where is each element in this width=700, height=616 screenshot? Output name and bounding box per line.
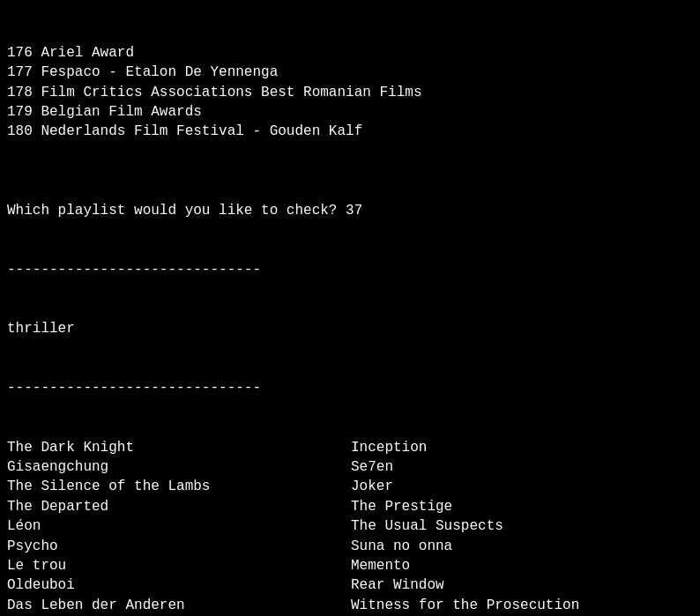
movie-row: LéonThe Usual Suspects	[7, 516, 693, 536]
top-line-item: 180 Nederlands Film Festival - Gouden Ka…	[7, 122, 693, 141]
movie-right: Suna no onna	[351, 537, 693, 556]
movie-row: OldeuboiRear Window	[7, 575, 693, 595]
movie-right: The Prestige	[351, 497, 693, 516]
movie-right: Memento	[351, 556, 693, 575]
divider-1: ------------------------------	[7, 260, 693, 279]
movie-right: Inception	[351, 438, 693, 457]
movie-left: Le trou	[7, 556, 351, 575]
top-line-item: 178 Film Critics Associations Best Roman…	[7, 83, 693, 102]
top-line-item: 177 Fespaco - Etalon De Yennenga	[7, 63, 693, 82]
movie-right: The Usual Suspects	[351, 516, 693, 536]
movie-right: Witness for the Prosecution	[351, 596, 693, 615]
movie-left: The Departed	[7, 497, 351, 516]
movie-row: GisaengchungSe7en	[7, 457, 693, 477]
movies-list: The Dark KnightInceptionGisaengchungSe7e…	[7, 438, 693, 616]
movie-left: Oldeuboi	[7, 575, 351, 595]
prompt-line: Which playlist would you like to check? …	[7, 201, 693, 220]
top-lines-section: 176 Ariel Award177 Fespaco - Etalon De Y…	[7, 43, 693, 161]
movie-left: Léon	[7, 516, 351, 536]
movie-row: Das Leben der AnderenWitness for the Pro…	[7, 596, 693, 615]
movie-left: The Silence of the Lambs	[7, 477, 351, 496]
movie-right: Se7en	[351, 457, 693, 477]
movie-row: The DepartedThe Prestige	[7, 497, 693, 516]
movie-left: Gisaengchung	[7, 457, 351, 477]
movie-left: Das Leben der Anderen	[7, 596, 351, 615]
movie-right: Joker	[351, 477, 693, 496]
movie-row: The Silence of the LambsJoker	[7, 477, 693, 496]
movie-row: Le trouMemento	[7, 556, 693, 575]
movie-left: The Dark Knight	[7, 438, 351, 457]
top-line-item: 176 Ariel Award	[7, 43, 693, 63]
top-line-item: 179 Belgian Film Awards	[7, 102, 693, 122]
terminal-output: 176 Ariel Award177 Fespaco - Etalon De Y…	[7, 4, 693, 616]
genre-label: thriller	[7, 319, 693, 338]
divider-2: ------------------------------	[7, 378, 693, 397]
movie-right: Rear Window	[351, 575, 693, 595]
movie-row: PsychoSuna no onna	[7, 537, 693, 556]
movie-left: Psycho	[7, 537, 351, 556]
movie-row: The Dark KnightInception	[7, 438, 693, 457]
